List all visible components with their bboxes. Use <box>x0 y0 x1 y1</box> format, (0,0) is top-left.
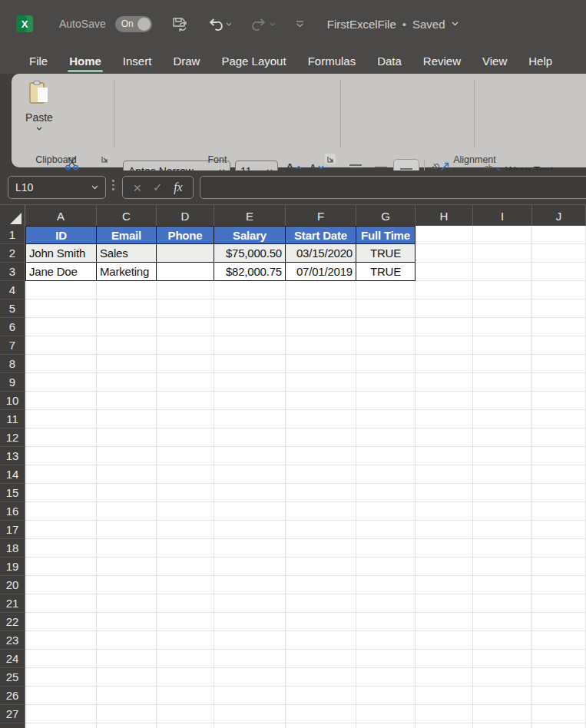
cell-E13[interactable] <box>214 447 286 465</box>
cell-H28[interactable] <box>415 723 473 728</box>
cell-H2[interactable] <box>415 244 473 263</box>
undo-dropdown-icon[interactable] <box>226 22 232 26</box>
cell-G20[interactable] <box>356 576 415 594</box>
cell-D18[interactable] <box>157 539 214 558</box>
cell-E20[interactable] <box>214 576 286 594</box>
insert-function-button[interactable]: fx <box>174 180 183 194</box>
select-all-button[interactable] <box>0 205 25 227</box>
cell-J13[interactable] <box>532 447 586 465</box>
cell-A26[interactable] <box>25 687 97 705</box>
cell-C20[interactable] <box>97 576 157 594</box>
cell-E16[interactable] <box>214 502 286 521</box>
cell-A10[interactable] <box>25 392 97 410</box>
cell-J24[interactable] <box>532 650 586 668</box>
cell-J5[interactable] <box>532 299 586 318</box>
cell-D2[interactable] <box>157 244 214 263</box>
quick-access-overflow-icon[interactable] <box>296 21 304 28</box>
font-dialog-launcher[interactable] <box>324 153 336 165</box>
title-dropdown-icon[interactable] <box>452 22 459 26</box>
column-header-e[interactable]: E <box>214 205 286 227</box>
cell-I8[interactable] <box>473 355 532 373</box>
cell-I6[interactable] <box>473 318 532 336</box>
cell-H21[interactable] <box>415 594 473 613</box>
cell-A1[interactable]: ID <box>25 226 97 244</box>
cell-D4[interactable] <box>157 281 214 299</box>
cell-C21[interactable] <box>97 594 157 613</box>
cell-C12[interactable] <box>97 429 157 447</box>
cell-A5[interactable] <box>25 299 97 318</box>
row-header-11[interactable]: 11 <box>0 410 25 429</box>
cell-G5[interactable] <box>356 299 415 318</box>
cell-D12[interactable] <box>157 429 214 447</box>
cell-G11[interactable] <box>356 410 415 429</box>
cell-A2[interactable]: John Smith <box>25 244 97 263</box>
cell-J18[interactable] <box>532 539 586 558</box>
redo-button[interactable] <box>252 18 276 31</box>
cell-J1[interactable] <box>532 226 586 244</box>
cell-E23[interactable] <box>214 631 286 650</box>
row-header-17[interactable]: 17 <box>0 521 25 539</box>
cell-C27[interactable] <box>97 705 157 723</box>
cell-G21[interactable] <box>356 594 415 613</box>
cell-F19[interactable] <box>286 558 356 576</box>
cell-D16[interactable] <box>157 502 214 521</box>
cell-C25[interactable] <box>97 668 157 687</box>
tab-file[interactable]: File <box>18 48 58 74</box>
row-header-25[interactable]: 25 <box>0 668 25 687</box>
cell-F22[interactable] <box>286 613 356 631</box>
cell-D8[interactable] <box>157 355 214 373</box>
cell-H18[interactable] <box>415 539 473 558</box>
cell-I3[interactable] <box>473 263 532 281</box>
cell-C1[interactable]: Email <box>97 226 157 244</box>
row-header-28[interactable]: 28 <box>0 723 25 728</box>
tab-review[interactable]: Review <box>412 48 472 74</box>
cell-D20[interactable] <box>157 576 214 594</box>
cell-F14[interactable] <box>286 465 356 484</box>
cell-F20[interactable] <box>286 576 356 594</box>
row-header-2[interactable]: 2 <box>0 244 25 263</box>
cell-C28[interactable] <box>97 723 157 728</box>
cell-I27[interactable] <box>473 705 532 723</box>
cell-A21[interactable] <box>25 594 97 613</box>
cell-C26[interactable] <box>97 687 157 705</box>
cell-G7[interactable] <box>356 336 415 355</box>
cell-E3[interactable]: $82,000.75 <box>214 263 286 281</box>
cell-J20[interactable] <box>532 576 586 594</box>
cell-I2[interactable] <box>473 244 532 263</box>
cell-E17[interactable] <box>214 521 286 539</box>
cell-F23[interactable] <box>286 631 356 650</box>
cell-A11[interactable] <box>25 410 97 429</box>
cell-D9[interactable] <box>157 373 214 392</box>
cell-A27[interactable] <box>25 705 97 723</box>
autosave-toggle[interactable]: On <box>115 16 152 32</box>
cell-F18[interactable] <box>286 539 356 558</box>
cell-H13[interactable] <box>415 447 473 465</box>
column-header-j[interactable]: J <box>532 205 586 227</box>
cell-C24[interactable] <box>97 650 157 668</box>
cell-E24[interactable] <box>214 650 286 668</box>
cell-E6[interactable] <box>214 318 286 336</box>
cell-J17[interactable] <box>532 521 586 539</box>
cell-E21[interactable] <box>214 594 286 613</box>
cell-G16[interactable] <box>356 502 415 521</box>
cell-J12[interactable] <box>532 429 586 447</box>
cell-E10[interactable] <box>214 392 286 410</box>
cell-H8[interactable] <box>415 355 473 373</box>
cell-J3[interactable] <box>532 263 586 281</box>
column-header-g[interactable]: G <box>356 205 415 227</box>
cell-H4[interactable] <box>415 281 473 299</box>
row-header-27[interactable]: 27 <box>0 705 25 723</box>
cell-D21[interactable] <box>157 594 214 613</box>
cell-G12[interactable] <box>356 429 415 447</box>
cell-I9[interactable] <box>473 373 532 392</box>
cell-J25[interactable] <box>532 668 586 687</box>
row-header-24[interactable]: 24 <box>0 650 25 668</box>
cell-C11[interactable] <box>97 410 157 429</box>
cell-I14[interactable] <box>473 465 532 484</box>
cell-G4[interactable] <box>356 281 415 299</box>
cell-F7[interactable] <box>286 336 356 355</box>
cell-A24[interactable] <box>25 650 97 668</box>
column-header-i[interactable]: I <box>473 205 532 227</box>
cell-F6[interactable] <box>286 318 356 336</box>
cell-A14[interactable] <box>25 465 97 484</box>
